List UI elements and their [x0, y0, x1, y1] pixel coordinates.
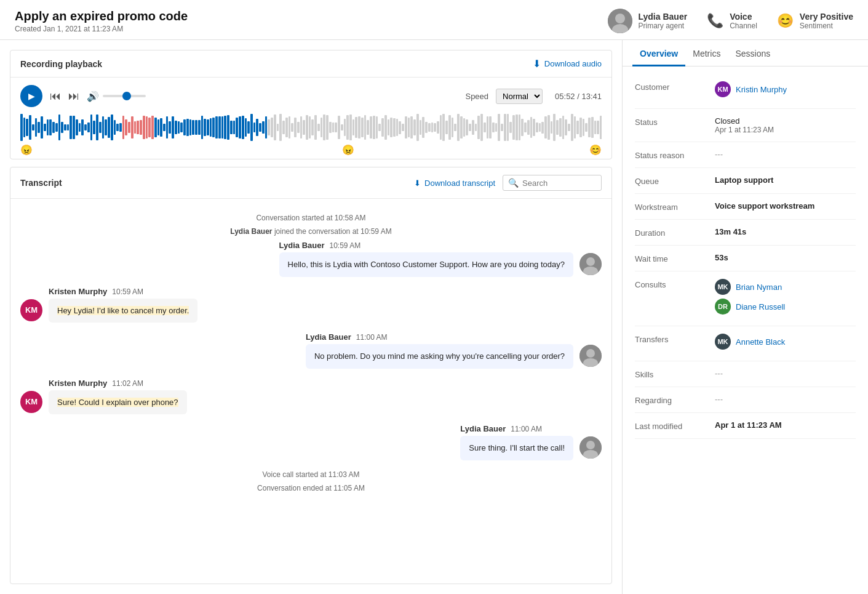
msg-time: 11:00 AM [511, 425, 542, 433]
msg-bubble: Sure thing. I'll start the call! [460, 436, 573, 460]
rewind-button[interactable]: ⏮ [50, 90, 61, 103]
svg-point-1 [615, 14, 625, 23]
volume-thumb[interactable] [122, 92, 131, 100]
status-reason-label: Status reason [635, 150, 715, 160]
msg-time: 10:59 AM [330, 241, 361, 250]
workstream-value: Voice support workstream [715, 201, 856, 211]
emotion-positive-icon: 😊 [589, 144, 602, 156]
sentiment-sub: Sentiment [800, 22, 853, 30]
workstream-label: Workstream [635, 201, 715, 212]
svg-point-4 [586, 257, 595, 266]
status-date: Apr 1 at 11:23 AM [715, 126, 856, 134]
transcript-card: Transcript ⬇ Download transcript 🔍 Conv [10, 167, 612, 584]
consult-brian-link[interactable]: MK Brian Nyman [715, 279, 856, 295]
msg-sender: Kristen Murphy [49, 379, 107, 388]
waveform[interactable]: 😠 😠 😊 [20, 112, 602, 149]
consults-label: Consults [635, 279, 715, 289]
search-box: 🔍 [503, 175, 602, 191]
msg-customer-1: KM Kristen Murphy 10:59 AM Hey Lydia! I'… [20, 287, 602, 323]
regarding-value: --- [715, 395, 856, 404]
agent-msg-avatar-3 [579, 436, 602, 459]
channel-label: Voice [730, 12, 757, 22]
msg-sender: Lydia Bauer [460, 424, 506, 433]
download-audio-link[interactable]: ⬇ Download audio [533, 58, 602, 70]
download-audio-icon: ⬇ [533, 58, 541, 70]
status-reason-row: Status reason --- [635, 142, 856, 168]
play-button[interactable]: ▶ [20, 85, 42, 107]
msg-bubble: Hey Lydia! I'd like to cancel my order. [49, 299, 197, 323]
transfer-annette-avatar: MK [715, 334, 731, 350]
status-row: Status Closed Apr 1 at 11:23 AM [635, 109, 856, 142]
volume-control: 🔊 [87, 90, 146, 102]
customer-row: Customer KM Kristin Murphy [635, 74, 856, 109]
download-audio-label: Download audio [544, 59, 602, 68]
system-msg-1: Conversation started at 10:58 AM [20, 214, 602, 222]
agent-info: Lydia Bauer Primary agent [608, 9, 688, 33]
svg-point-7 [586, 349, 595, 358]
tab-sessions[interactable]: Sessions [728, 40, 778, 66]
msg-sender: Kristen Murphy [49, 287, 107, 296]
tab-bar: Overview Metrics Sessions [623, 40, 868, 66]
consult-diane-name: Diane Russell [736, 302, 785, 311]
msg-bubble: Hello, this is Lydia with Contoso Custom… [279, 252, 573, 277]
msg-sender: Lydia Bauer [279, 241, 325, 250]
sentiment-icon: 😊 [777, 13, 794, 29]
customer-label: Customer [635, 81, 715, 92]
consult-diane-link[interactable]: DR Diane Russell [715, 299, 856, 315]
customer-link[interactable]: KM Kristin Murphy [715, 81, 856, 97]
agent-msg-avatar-2 [579, 345, 602, 367]
download-transcript-link[interactable]: ⬇ Download transcript [414, 179, 495, 188]
consults-row: Consults MK Brian Nyman DR Diane Russell [635, 271, 856, 326]
svg-point-10 [586, 441, 595, 449]
sentiment-info: 😊 Very Positive Sentiment [777, 12, 853, 30]
msg-bubble: No problem. Do you mind me asking why yo… [306, 344, 573, 369]
forward-button[interactable]: ⏭ [68, 90, 79, 103]
msg-bubble: Sure! Could I explain over phone? [49, 390, 187, 415]
queue-row: Queue Laptop support [635, 168, 856, 194]
consult-diane-avatar: DR [715, 299, 731, 315]
last-modified-value: Apr 1 at 11:23 AM [715, 420, 856, 430]
msg-time: 11:00 AM [356, 333, 388, 342]
transcript-title: Transcript [20, 178, 62, 188]
queue-value: Laptop support [715, 175, 856, 185]
skills-label: Skills [635, 369, 715, 379]
workstream-row: Workstream Voice support workstream [635, 194, 856, 220]
phone-icon: 📞 [707, 13, 723, 29]
tab-metrics[interactable]: Metrics [685, 40, 728, 66]
msg-sender: Lydia Bauer [306, 332, 351, 342]
time-display: 05:52 / 13:41 [555, 92, 602, 101]
transcript-body: Conversation started at 10:58 AM Lydia B… [10, 199, 611, 507]
duration-row: Duration 13m 41s [635, 220, 856, 246]
download-transcript-label: Download transcript [424, 179, 495, 188]
sentiment-label: Very Positive [800, 12, 853, 22]
skills-row: Skills --- [635, 361, 856, 387]
volume-slider[interactable] [103, 95, 146, 97]
skills-value: --- [715, 369, 856, 378]
msg-time: 11:02 AM [112, 379, 143, 388]
search-icon: 🔍 [508, 178, 519, 188]
msg-customer-2: KM Kristen Murphy 11:02 AM Sure! Could I… [20, 379, 602, 415]
status-text: Closed [715, 116, 739, 126]
speed-label: Speed [465, 92, 488, 101]
duration-value: 13m 41s [715, 227, 856, 236]
audio-player: ▶ ⏮ ⏭ 🔊 Speed [10, 78, 611, 159]
msg-agent-3: Lydia Bauer 11:00 AM Sure thing. I'll st… [20, 424, 602, 460]
transfer-annette-link[interactable]: MK Annette Black [715, 334, 856, 350]
recording-title: Recording playback [20, 59, 102, 69]
customer-avatar-1: KM [20, 299, 42, 321]
consult-brian-name: Brian Nyman [736, 283, 782, 292]
page-title: Apply an expired promo code [15, 9, 188, 23]
agent-name: Lydia Bauer [639, 12, 688, 22]
duration-label: Duration [635, 227, 715, 238]
tab-overview[interactable]: Overview [632, 40, 685, 66]
status-label: Status [635, 116, 715, 127]
speed-select[interactable]: Normal 0.5x 0.75x 1.25x 1.5x 2x [496, 89, 543, 104]
msg-agent-1: Lydia Bauer 10:59 AM Hello, this is Lydi… [20, 241, 602, 277]
overview-body: Customer KM Kristin Murphy Status Closed… [623, 66, 868, 446]
last-modified-label: Last modified [635, 420, 715, 431]
search-input[interactable] [522, 179, 596, 188]
wait-time-label: Wait time [635, 253, 715, 263]
time-current: 05:52 [555, 92, 575, 101]
volume-icon: 🔊 [87, 90, 99, 102]
status-value: Closed Apr 1 at 11:23 AM [715, 116, 856, 134]
